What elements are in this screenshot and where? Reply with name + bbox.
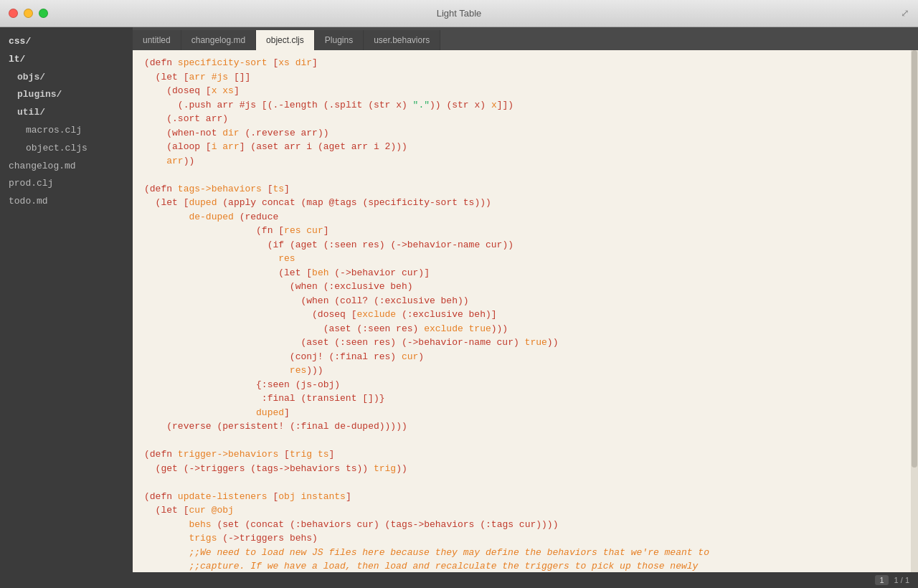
sidebar-item-lt[interactable]: lt/ <box>0 51 133 69</box>
sidebar-item-util[interactable]: util/ <box>0 104 133 122</box>
tab-changelog[interactable]: changelog.md <box>181 30 256 50</box>
sidebar-item-macros[interactable]: macros.clj <box>0 122 133 140</box>
close-button[interactable] <box>9 9 18 18</box>
sidebar-item-object[interactable]: object.cljs <box>0 140 133 158</box>
editor-area: untitled changelog.md object.cljs Plugin… <box>133 27 918 588</box>
tab-object-cljs[interactable]: object.cljs <box>256 30 315 50</box>
scrollbar[interactable] <box>911 50 918 572</box>
tab-user-behaviors[interactable]: user.behaviors <box>364 30 440 50</box>
sidebar-item-objs[interactable]: objs/ <box>0 69 133 87</box>
window-title: Light Table <box>437 8 482 19</box>
status-bar: 1 1 / 1 <box>133 572 918 588</box>
sidebar-item-css[interactable]: css/ <box>0 33 133 51</box>
sidebar-item-prod[interactable]: prod.clj <box>0 175 133 193</box>
minimize-button[interactable] <box>24 9 33 18</box>
line-indicator: 1 <box>875 575 888 585</box>
expand-icon[interactable]: ⤢ <box>901 7 909 19</box>
sidebar-item-plugins[interactable]: plugins/ <box>0 86 133 104</box>
titlebar: Light Table ⤢ <box>0 0 918 27</box>
code-editor[interactable]: (defn specificity-sort [xs dir] (let [ar… <box>133 50 918 572</box>
position-indicator: 1 / 1 <box>894 576 909 584</box>
tab-plugins[interactable]: Plugins <box>315 30 364 50</box>
tab-untitled[interactable]: untitled <box>133 30 181 50</box>
main-layout: css/ lt/ objs/ plugins/ util/ macros.clj… <box>0 27 918 588</box>
code-content: (defn specificity-sort [xs dir] (let [ar… <box>144 56 907 572</box>
window-controls <box>9 9 48 18</box>
sidebar-item-changelog[interactable]: changelog.md <box>0 158 133 176</box>
scrollbar-thumb[interactable] <box>912 50 917 468</box>
sidebar: css/ lt/ objs/ plugins/ util/ macros.clj… <box>0 27 133 588</box>
tab-bar: untitled changelog.md object.cljs Plugin… <box>133 27 918 50</box>
sidebar-item-todo[interactable]: todo.md <box>0 193 133 211</box>
maximize-button[interactable] <box>39 9 48 18</box>
